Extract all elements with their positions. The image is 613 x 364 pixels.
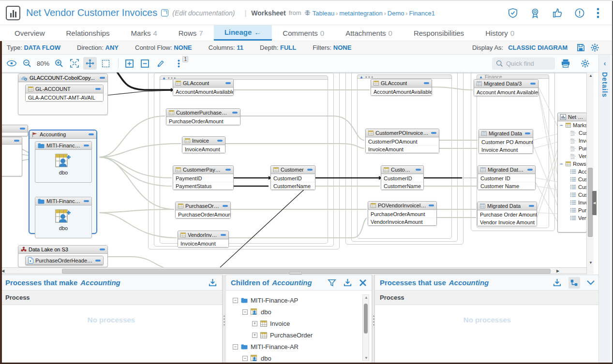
node-header[interactable]: Migrated Data/1 (478, 166, 535, 174)
zoom-in-icon[interactable] (52, 57, 66, 70)
collapse-minus-icon[interactable] (527, 169, 533, 171)
expand-toggle[interactable]: + (252, 321, 257, 326)
settings-gear-icon[interactable] (590, 43, 599, 52)
node-header[interactable]: Accounting (30, 131, 96, 139)
node-t-migrated-1[interactable]: Migrated Data/1Customer IDCustomer Name (478, 165, 536, 190)
node-header[interactable]: Customer (381, 166, 423, 174)
filter-icon[interactable] (328, 278, 336, 287)
node-t-vendorinvoice[interactable]: VendorInvoiceInvoiceAmount (178, 231, 229, 248)
collapse-all-icon[interactable] (138, 57, 151, 70)
column-invoiceamount[interactable]: InvoiceAmount (178, 239, 228, 247)
external-link-icon[interactable] (161, 9, 168, 16)
collapse-minus-icon[interactable] (223, 205, 228, 207)
tab-rows[interactable]: Rows7 (168, 25, 214, 41)
collapse-minus-icon[interactable] (95, 260, 101, 262)
column-invoice-amount[interactable]: Invoice Amount (479, 146, 533, 153)
collapse-minus-icon[interactable] (89, 133, 94, 135)
scroll-down-arrow[interactable]: ▼ (589, 261, 593, 265)
warning-circle-icon[interactable] (574, 8, 585, 18)
node-t-custpoinvoiceitem[interactable]: CustomerPOInvoiceItemCustomerPOAmountInv… (365, 129, 439, 153)
node-header[interactable]: GL-ACCOUNT (26, 85, 103, 93)
node-header[interactable]: CustomerPOInvoiceItem (366, 129, 439, 137)
highlighter-icon[interactable] (153, 57, 167, 70)
tree-item-vend[interactable]: Vend (558, 214, 586, 222)
details-rail[interactable]: ‹ Details (598, 55, 611, 364)
diagram-vertical-scrollbar[interactable]: ▲ ▼ (586, 73, 594, 274)
node-header[interactable]: Migrated Data (479, 130, 533, 138)
node-t-povendorinvoiceitem[interactable]: POVendorInvoiceItemPurchaseOrderAmountVe… (368, 201, 437, 226)
tab-attachments[interactable]: Attachments0 (335, 25, 403, 41)
collapse-minus-icon[interactable] (84, 200, 89, 202)
tree-view-icon[interactable] (568, 277, 580, 289)
collapse-minus-icon[interactable] (431, 132, 436, 134)
column-customerpoamount[interactable]: CustomerPOAmount (366, 137, 439, 145)
kebab-menu-icon[interactable] (597, 8, 599, 18)
scroll-down-arrow[interactable]: ▼ (364, 356, 368, 360)
setting-direction[interactable]: Direction: ANY (77, 44, 119, 51)
diagram-settings-gear-icon[interactable] (578, 57, 592, 70)
tree-scroll-thumb[interactable] (364, 304, 368, 334)
column-vendorinvoiceamount[interactable]: VendorInvoiceAmount (368, 218, 436, 225)
collapse-minus-icon[interactable] (100, 77, 105, 79)
breadcrumb-item-metaintegration[interactable]: metaintegration (339, 10, 383, 17)
dbo-schema-icon[interactable] (55, 154, 72, 168)
tree-item-purchaseorder[interactable]: +PurchaseOrder (226, 329, 372, 341)
thumbs-up-icon[interactable] (552, 8, 563, 18)
certificate-icon[interactable] (530, 8, 540, 18)
tree-item-cust[interactable]: Cust (558, 183, 586, 191)
pan-tool-icon[interactable] (83, 57, 97, 70)
print-icon[interactable] (559, 57, 572, 70)
node-t-invoice[interactable]: InvoiceInvoiceAmount (182, 136, 225, 153)
collapse-minus-icon[interactable] (84, 145, 89, 146)
tab-marks[interactable]: Marks4 (120, 25, 168, 41)
node-header[interactable]: Invoice (182, 137, 225, 145)
tree-item-dbo[interactable]: −dbo (226, 306, 372, 318)
node-t-purchaseorder[interactable]: PurchaseOrderPurchaseOrderAmount (175, 202, 231, 218)
column-accountamountavailable[interactable]: AccountAmountAvailable (173, 87, 233, 95)
collapse-toggle[interactable]: − (233, 298, 238, 303)
collapse-minus-icon[interactable] (221, 234, 226, 236)
column-gla-account-amt-avail[interactable]: GLA-ACCOUNT-AMT-AVAIL (26, 93, 103, 101)
breadcrumb-item-tableau[interactable]: Tableau (313, 10, 335, 17)
column-account-amount-available[interactable]: Account Amount Available (474, 88, 538, 96)
tab-overview[interactable]: Overview (4, 25, 56, 41)
fit-to-window-icon[interactable] (68, 57, 81, 70)
tree-item-miti-finance-ap[interactable]: −MITI-Finance-AP (226, 294, 372, 306)
download-icon[interactable] (553, 278, 562, 287)
collapse-minus-icon[interactable] (529, 205, 534, 207)
node-header[interactable]: Customer (271, 166, 315, 174)
node-t-custpayment[interactable]: CustomerPaymentPaymentIDPaymentStatus (173, 165, 234, 190)
download-icon[interactable] (343, 278, 352, 287)
node-miti-finance-ap[interactable]: MITI-Finance-APdbo (35, 197, 92, 238)
panel-collapse-handle[interactable]: ◀ (592, 191, 597, 215)
node-gl-account[interactable]: GL-ACCOUNTGLA-ACCOUNT-AMT-AVAIL (25, 85, 104, 102)
collapse-minus-icon[interactable] (14, 140, 19, 142)
node-header[interactable]: GLACCOUNT-CobolCopy... (18, 74, 107, 82)
collapse-minus-icon[interactable] (525, 132, 530, 134)
scroll-right-arrow[interactable]: ▶ (556, 269, 559, 273)
node-left-cut-2[interactable] (0, 137, 22, 176)
collapse-minus-icon[interactable] (95, 88, 101, 90)
collapse-minus-icon[interactable] (530, 83, 536, 85)
node-net-vendor-ws[interactable]: Net Vend−MarksAbc123CustAbc123InvoAbc123… (557, 113, 586, 233)
tree-item-dbo[interactable]: −dbo (226, 352, 372, 363)
column-invoiceamount[interactable]: InvoiceAmount (366, 145, 439, 153)
column-invoiceamount[interactable]: InvoiceAmount (182, 145, 225, 153)
setting-type[interactable]: Type: DATA FLOW (7, 44, 60, 51)
collapse-minus-icon[interactable] (100, 248, 105, 250)
node-header[interactable]: Migrated Data/3 (474, 80, 538, 88)
setting-depth[interactable]: Depth: FULL (260, 44, 296, 51)
tree-item-invoice[interactable]: +Invoice (226, 318, 372, 329)
setting-filters[interactable]: Filters: NONE (313, 44, 351, 51)
tree-item-marks[interactable]: −Marks (558, 121, 586, 129)
collapse-minus-icon[interactable] (416, 169, 421, 171)
tab-comments[interactable]: Comments0 (272, 25, 335, 41)
column-paymentid[interactable]: PaymentID (173, 174, 233, 182)
setting-columns[interactable]: Columns: 11 (209, 44, 243, 51)
column-paymentstatus[interactable]: PaymentStatus (173, 182, 233, 189)
column-customer-name[interactable]: Customer Name (478, 182, 535, 189)
collapse-minus-icon[interactable] (232, 112, 238, 114)
node-header[interactable]: Net Vend (558, 113, 586, 121)
node-t-customer-2[interactable]: CustomerCustomerIDCustomerName (381, 165, 424, 190)
node-miti-finance-ar[interactable]: MITI-Finance-ARdbo (35, 141, 92, 183)
